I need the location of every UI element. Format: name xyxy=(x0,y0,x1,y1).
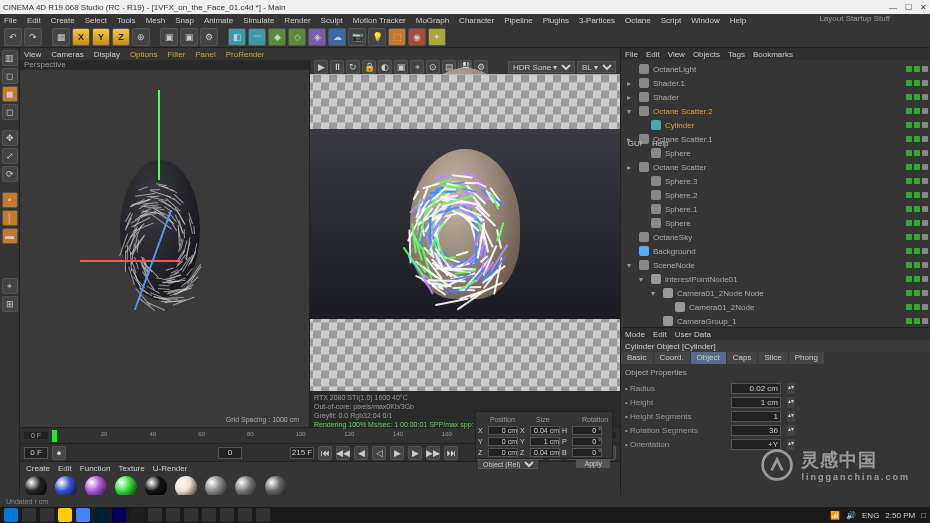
particles-button[interactable]: ✦ xyxy=(428,28,446,46)
app-icon4[interactable] xyxy=(202,508,216,522)
app-icon[interactable] xyxy=(148,508,162,522)
viewtab-options[interactable]: Options xyxy=(130,50,158,59)
perspective-viewport[interactable]: Perspective Grid Spacing : 1000 cm xyxy=(20,60,310,427)
light-button[interactable]: 💡 xyxy=(368,28,386,46)
lv-pause-button[interactable]: ⏸ xyxy=(330,60,344,74)
menu-motion-tracker[interactable]: Motion Tracker xyxy=(353,16,406,25)
goto-next-key[interactable]: ▶▶ xyxy=(426,446,440,460)
mattab-texture[interactable]: Texture xyxy=(119,464,145,473)
viewtab-prorender[interactable]: ProRender xyxy=(226,50,265,59)
taskview-button[interactable] xyxy=(40,508,54,522)
app-icon7[interactable] xyxy=(256,508,270,522)
lv-hdr-select[interactable]: HDR Sone ▾ xyxy=(508,61,575,73)
tree-item[interactable]: Sphere xyxy=(623,216,928,230)
key-button[interactable]: ● xyxy=(52,446,66,460)
goto-start-button[interactable]: ⏮ xyxy=(318,446,332,460)
menu-pipeline[interactable]: Pipeline xyxy=(504,16,532,25)
deformer-button[interactable]: ◈ xyxy=(308,28,326,46)
attrtab-mode[interactable]: Mode xyxy=(625,330,645,339)
ae-icon[interactable] xyxy=(112,508,126,522)
mattab-function[interactable]: Function xyxy=(80,464,111,473)
tree-item[interactable]: ▸Shader xyxy=(623,90,928,104)
tree-item[interactable]: Sphere.1 xyxy=(623,202,928,216)
tree-item[interactable]: ▾SceneNode xyxy=(623,258,928,272)
render-pv-button[interactable]: ▣ xyxy=(180,28,198,46)
camera-button[interactable]: 📷 xyxy=(348,28,366,46)
redo-button[interactable]: ↷ xyxy=(24,28,42,46)
objtab-objects[interactable]: Objects xyxy=(693,50,720,59)
objtab-file[interactable]: File xyxy=(625,50,638,59)
prop-input[interactable] xyxy=(731,425,781,436)
undo-button[interactable]: ↶ xyxy=(4,28,22,46)
ps-icon[interactable] xyxy=(94,508,108,522)
environment-button[interactable]: ☁ xyxy=(328,28,346,46)
lv-bl-select[interactable]: BL ▾ xyxy=(577,61,616,73)
prev-frame-button[interactable]: ◀ xyxy=(354,446,368,460)
texture-mode[interactable]: ◼ xyxy=(2,86,18,102)
menu-octane[interactable]: Octane xyxy=(625,16,651,25)
tray-time[interactable]: 2:50 PM xyxy=(885,511,915,520)
objtab-edit[interactable]: Edit xyxy=(646,50,660,59)
tree-item[interactable]: Sphere.2 xyxy=(623,188,928,202)
app-icon3[interactable] xyxy=(184,508,198,522)
app-icon5[interactable] xyxy=(220,508,234,522)
tray-lang[interactable]: ENG xyxy=(862,511,879,520)
lv-play-button[interactable]: ▶ xyxy=(314,60,328,74)
frame-field[interactable]: 0 F xyxy=(24,447,48,459)
tray-notif-icon[interactable]: □ xyxy=(921,511,926,520)
object-tree[interactable]: OctaneLight▸Shader.1▸Shader▾Octane Scatt… xyxy=(621,60,930,327)
prop-input[interactable] xyxy=(731,411,781,422)
tray-volume-icon[interactable]: 🔊 xyxy=(846,511,856,520)
app-icon2[interactable] xyxy=(166,508,180,522)
goto-end-button[interactable]: ⏭ xyxy=(444,446,458,460)
coord-mode-select[interactable]: Object (Rel) xyxy=(478,459,538,469)
menu-mograph[interactable]: MoGraph xyxy=(416,16,449,25)
tree-item[interactable]: Camera01_2Node xyxy=(623,300,928,314)
tree-item[interactable]: OctaneSky xyxy=(623,230,928,244)
model-mode[interactable]: ◻ xyxy=(2,68,18,84)
prop-input[interactable] xyxy=(731,397,781,408)
end-frame-field[interactable]: 215 F xyxy=(290,447,314,459)
app-icon6[interactable] xyxy=(238,508,252,522)
axis-y-button[interactable]: Y xyxy=(92,28,110,46)
tree-item[interactable]: ▸Shader.1 xyxy=(623,76,928,90)
attrsubtab-basic[interactable]: Basic xyxy=(621,352,653,364)
snap-button[interactable]: ⌖ xyxy=(2,278,18,294)
polys-mode[interactable]: ▬ xyxy=(2,228,18,244)
chrome-icon[interactable] xyxy=(76,508,90,522)
menu-tools[interactable]: Tools xyxy=(117,16,136,25)
axis-x-button[interactable]: X xyxy=(72,28,90,46)
objtab-view[interactable]: View xyxy=(668,50,685,59)
menu-sculpt[interactable]: Sculpt xyxy=(321,16,343,25)
primitive-button[interactable]: ◧ xyxy=(228,28,246,46)
lvmenu-gui[interactable]: GUI xyxy=(628,139,642,148)
attrsubtab-slice[interactable]: Slice xyxy=(758,352,787,364)
menu-select[interactable]: Select xyxy=(85,16,107,25)
mattab-create[interactable]: Create xyxy=(26,464,50,473)
viewtab-cameras[interactable]: Cameras xyxy=(51,50,83,59)
viewtab-view[interactable]: View xyxy=(24,50,41,59)
lv-lock-button[interactable]: 🔒 xyxy=(362,60,376,74)
layout-selector[interactable]: Layout Startup Stuff xyxy=(819,14,890,23)
select-filter[interactable]: ▦ xyxy=(52,28,70,46)
spline-button[interactable]: 〰 xyxy=(248,28,266,46)
objtab-tags[interactable]: Tags xyxy=(728,50,745,59)
gizmo-y-axis[interactable] xyxy=(158,90,160,180)
tree-item[interactable]: Sphere.3 xyxy=(623,174,928,188)
attrsubtab-phong[interactable]: Phong xyxy=(789,352,824,364)
snap2-button[interactable]: ⊞ xyxy=(2,296,18,312)
menu-script[interactable]: Script xyxy=(661,16,681,25)
lv-region-button[interactable]: ▣ xyxy=(394,60,408,74)
lv-focus-button[interactable]: ⊙ xyxy=(426,60,440,74)
timeline-start-field[interactable]: 0 F xyxy=(24,432,48,439)
prop-input[interactable] xyxy=(731,439,781,450)
menu-edit[interactable]: Edit xyxy=(27,16,41,25)
edges-mode[interactable]: │ xyxy=(2,210,18,226)
tree-item[interactable]: ▸Octane Scatter xyxy=(623,160,928,174)
tree-item[interactable]: ▾Octane Scatter.2 xyxy=(623,104,928,118)
attrsubtab-coord[interactable]: Coord. xyxy=(654,352,690,364)
minimize-button[interactable]: — xyxy=(889,3,897,12)
play-button[interactable]: ▶ xyxy=(390,446,404,460)
editable-button[interactable]: ▥ xyxy=(2,50,18,66)
goto-prev-key[interactable]: ◀◀ xyxy=(336,446,350,460)
